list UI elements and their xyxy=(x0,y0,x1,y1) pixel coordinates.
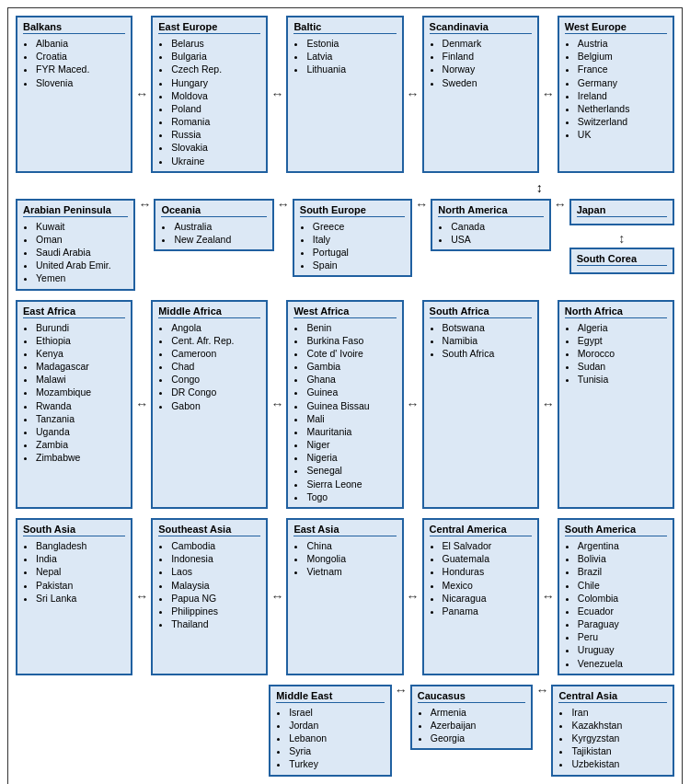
list-item: Saudi Arabia xyxy=(36,246,128,259)
region-central-america: Central America El Salvador Guatemala Ho… xyxy=(422,518,539,675)
list-item: Madagascar xyxy=(36,360,125,373)
list-item: Belgium xyxy=(578,50,667,63)
east-africa-title: East Africa xyxy=(23,306,125,318)
list-item: Uzbekistan xyxy=(571,757,667,770)
list-item: Albania xyxy=(36,37,125,50)
arrow-4-4: ↔ xyxy=(541,516,556,677)
north-america-title: North America xyxy=(438,204,543,217)
south-africa-title: South Africa xyxy=(430,306,532,318)
arabian-peninsula-list: Kuwait Oman Saudi Arabia United Arab Emi… xyxy=(23,220,128,285)
arabian-peninsula-title: Arabian Peninsula xyxy=(23,204,128,217)
list-item: Hungary xyxy=(171,76,260,89)
list-item: Mongolia xyxy=(306,552,396,565)
list-item: Ireland xyxy=(578,89,667,102)
list-item: South Africa xyxy=(443,347,532,360)
list-item: Morocco xyxy=(578,347,667,360)
list-item: UK xyxy=(578,128,667,141)
baltic-list: Estonia Latvia Lithuania xyxy=(293,37,396,76)
region-west-europe: West Europe Austria Belgium France Germa… xyxy=(558,16,674,173)
arrow-4-3: ↔ xyxy=(406,516,420,677)
list-item: Tunisia xyxy=(578,373,667,386)
region-east-africa: East Africa Burundi Ethiopia Kenya Madag… xyxy=(16,300,132,509)
list-item: Namibia xyxy=(443,334,532,347)
southeast-asia-title: Southeast Asia xyxy=(158,524,260,536)
list-item: Nepal xyxy=(36,565,125,578)
list-item: Pakistan xyxy=(36,579,125,592)
list-item: Norway xyxy=(443,63,532,75)
list-item: Honduras xyxy=(443,565,532,578)
east-europe-list: Belarus Bulgaria Czech Rep. Hungary Mold… xyxy=(158,37,260,167)
south-europe-title: South Europe xyxy=(300,204,405,217)
list-item: Syria xyxy=(289,744,385,757)
region-japan: Japan xyxy=(569,199,674,225)
region-west-africa: West Africa Benin Burkina Faso Cote d' I… xyxy=(286,300,403,509)
oceania-title: Oceania xyxy=(161,204,266,217)
middle-africa-list: Angola Cent. Afr. Rep. Cameroon Chad Con… xyxy=(158,321,260,412)
list-item: Guinea xyxy=(306,386,396,398)
list-item: Uruguay xyxy=(578,643,667,656)
oceania-list: Australia New Zealand xyxy=(161,220,266,246)
row-1: Balkans Albania Croatia FYR Maced. Slove… xyxy=(14,14,676,175)
list-item: Georgia xyxy=(431,732,526,744)
list-item: Gabon xyxy=(171,399,260,412)
north-africa-list: Algeria Egypt Morocco Sudan Tunisia xyxy=(565,321,667,386)
list-item: Algeria xyxy=(578,321,667,334)
list-item: Czech Rep. xyxy=(171,63,260,75)
arrow-3-4: ↔ xyxy=(541,298,556,511)
list-item: Tanzania xyxy=(36,412,125,425)
list-item: Australia xyxy=(174,220,266,233)
balkans-title: Balkans xyxy=(23,21,125,34)
japan-corea-arrow: ↕ xyxy=(569,231,674,246)
list-item: Armenia xyxy=(431,706,526,719)
arrow-2-1: ↔ xyxy=(137,197,152,212)
list-item: Indonesia xyxy=(171,552,260,565)
list-item: Ecuador xyxy=(578,605,667,617)
south-asia-title: South Asia xyxy=(23,524,125,536)
list-item: Austria xyxy=(578,37,667,50)
list-item: Oman xyxy=(36,233,128,246)
list-item: Nigeria xyxy=(306,451,396,464)
south-africa-list: Botswana Namibia South Africa xyxy=(430,321,532,361)
list-item: Slovenia xyxy=(36,76,125,89)
region-oceania: Oceania Australia New Zealand xyxy=(154,199,273,251)
list-item: Togo xyxy=(306,490,396,503)
list-item: Angola xyxy=(171,321,260,334)
list-item: Thailand xyxy=(171,617,260,630)
list-item: Chad xyxy=(171,360,260,373)
middle-africa-title: Middle Africa xyxy=(158,306,260,318)
region-south-america: South America Argentina Bolivia Brazil C… xyxy=(558,518,674,675)
region-south-europe: South Europe Greece Italy Portugal Spain xyxy=(293,199,412,278)
region-south-africa: South Africa Botswana Namibia South Afri… xyxy=(422,300,539,509)
list-item: Belarus xyxy=(171,37,260,50)
japan-title: Japan xyxy=(577,204,667,217)
list-item: Panama xyxy=(443,605,532,617)
list-item: Romania xyxy=(171,115,260,128)
list-item: Benin xyxy=(306,321,396,334)
main-container: Balkans Albania Croatia FYR Maced. Slove… xyxy=(7,7,683,784)
list-item: Croatia xyxy=(36,50,125,63)
central-america-list: El Salvador Guatemala Honduras Mexico Ni… xyxy=(430,539,532,617)
list-item: Israel xyxy=(289,706,385,719)
south-america-title: South America xyxy=(565,524,667,536)
list-item: Latvia xyxy=(306,50,396,63)
west-europe-title: West Europe xyxy=(565,21,667,34)
arrow-1-1: ↔ xyxy=(134,14,149,175)
row-2: Arabian Peninsula Kuwait Oman Saudi Arab… xyxy=(14,197,676,293)
down-arrow-west-europe xyxy=(546,180,676,195)
list-item: FYR Maced. xyxy=(36,63,125,75)
west-africa-list: Benin Burkina Faso Cote d' Ivoire Gambia… xyxy=(293,321,396,503)
region-middle-africa: Middle Africa Angola Cent. Afr. Rep. Cam… xyxy=(151,300,268,509)
list-item: Tajikistan xyxy=(571,744,667,757)
list-item: Finland xyxy=(443,50,532,63)
list-item: Chile xyxy=(578,579,667,592)
list-item: Canada xyxy=(451,220,543,233)
inter-row-arrows-1: ↕ xyxy=(14,180,676,195)
list-item: Papua NG xyxy=(171,592,260,605)
list-item: Turkey xyxy=(289,757,385,770)
list-item: Switzerland xyxy=(578,115,667,128)
list-item: Netherlands xyxy=(578,102,667,115)
region-middle-east: Middle East Israel Jordan Lebanon Syria … xyxy=(269,685,392,777)
south-corea-title: South Corea xyxy=(577,253,667,266)
scandinavia-list: Denmark Finland Norway Sweden xyxy=(430,37,532,89)
vert-arrow-right: ↕ xyxy=(532,180,546,195)
